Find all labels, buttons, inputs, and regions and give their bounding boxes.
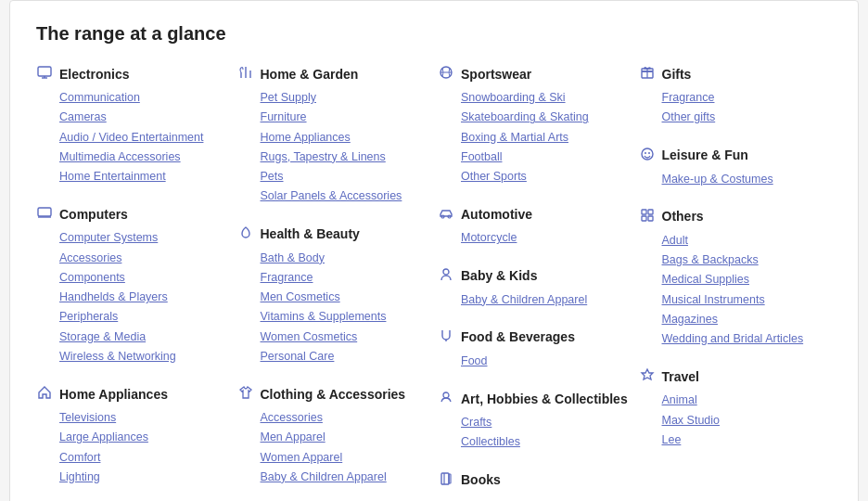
sub-item-link[interactable]: Personal Care [261,347,431,366]
sportswear-icon [438,65,454,83]
sub-item-link[interactable]: Musical Instruments [662,290,833,310]
sub-item-link[interactable]: Rugs, Tapestry & Linens [261,148,431,167]
sub-item-link[interactable]: Wireless & Networking [59,347,230,366]
home-appliances-icon [36,385,53,403]
sub-item-link[interactable]: Collectibles [461,432,632,452]
sub-item-link[interactable]: Wedding and Bridal Articles [662,329,833,349]
sub-item-link[interactable]: Women Apparel [261,448,431,468]
baby-kids-icon [438,267,454,285]
sub-item-link[interactable]: Peripherals [59,307,230,327]
leisure-fun-title: Leisure & Fun [662,148,748,162]
sub-item-link[interactable]: Football [461,148,632,167]
sub-item-link[interactable]: Fragrance [662,88,833,108]
home-garden-subitems: Pet SupplyFurnitureHome AppliancesRugs, … [237,88,431,207]
computers-subitems: Computer SystemsAccessoriesComponentsHan… [36,228,230,366]
sub-item-link[interactable]: Baby & Children Apparel [261,468,431,487]
sub-item-link[interactable]: Adult [662,231,833,250]
category-header-books: Books [438,471,632,489]
sub-item-link[interactable]: Accessories [261,408,431,428]
sub-item-link[interactable]: Large Appliances [59,428,230,447]
leisure-fun-icon [639,147,656,164]
sub-item-link[interactable]: Men Cosmetics [261,288,431,307]
health-beauty-subitems: Bath & BodyFragranceMen CosmeticsVitamin… [237,249,431,367]
category-header-gifts: Gifts [639,65,833,83]
travel-icon [639,367,656,385]
category-gifts: GiftsFragranceOther gifts [639,65,833,128]
sub-item-link[interactable]: Bags & Backpacks [662,250,833,270]
category-home-appliances: Home AppliancesTelevisionsLarge Applianc… [36,385,230,487]
sub-item-link[interactable]: Furniture [261,108,431,127]
category-header-computers: Computers [36,205,230,223]
category-header-food-beverages: Food & Beverages [438,328,632,346]
others-icon [639,208,656,225]
column-1: Home & GardenPet SupplyFurnitureHome App… [237,65,431,501]
sub-item-link[interactable]: Boxing & Martial Arts [461,128,632,148]
health-beauty-icon [237,225,254,243]
art-hobbies-title: Art, Hobbies & Collectibles [461,392,628,406]
category-header-others: Others [639,208,833,225]
others-title: Others [662,209,704,224]
sub-item-link[interactable]: Handhelds & Players [59,288,230,307]
sub-item-link[interactable]: Food [461,352,632,371]
category-header-automotive: Automotive [438,205,632,223]
category-clothing-accessories: Clothing & AccessoriesAccessoriesMen App… [237,385,431,487]
sub-item-link[interactable]: Comfort [59,448,230,468]
sub-item-link[interactable]: Motorcycle [461,228,632,248]
sub-item-link[interactable]: Lee [662,430,833,450]
sub-item-link[interactable]: Bath & Body [261,249,431,268]
sub-item-link[interactable]: Skateboarding & Skating [461,108,632,127]
category-sportswear: SportswearSnowboarding & SkiSkateboardin… [438,65,632,186]
sub-item-link[interactable]: Lighting [59,468,230,487]
sub-item-link[interactable]: Audio / Video Entertainment [59,128,230,148]
sub-item-link[interactable]: Magazines [662,310,833,329]
category-header-art-hobbies: Art, Hobbies & Collectibles [438,390,632,407]
automotive-subitems: Motorcycle [438,228,632,248]
health-beauty-title: Health & Beauty [261,226,360,241]
sub-item-link[interactable]: Vitamins & Supplements [261,307,431,327]
gifts-title: Gifts [662,67,692,82]
svg-point-19 [645,152,646,154]
category-food-beverages: Food & BeveragesFood [438,328,632,371]
sub-item-link[interactable]: Men Apparel [261,428,431,447]
books-title: Books [461,472,501,487]
food-beverages-subitems: Food [438,352,632,371]
clothing-accessories-title: Clothing & Accessories [261,387,406,402]
category-header-baby-kids: Baby & Kids [438,267,632,285]
sub-item-link[interactable]: Home Appliances [261,128,431,148]
food-beverages-title: Food & Beverages [461,329,575,344]
sub-item-link[interactable]: Pets [261,167,431,186]
art-hobbies-icon [438,390,454,407]
svg-rect-0 [38,67,51,76]
sub-item-link[interactable]: Fragrance [261,268,431,288]
sub-item-link[interactable]: Women Cosmetics [261,328,431,347]
sub-item-link[interactable]: Home Entertainment [59,167,230,186]
sub-item-link[interactable]: Cameras [59,108,230,127]
sub-item-link[interactable]: Pet Supply [261,88,431,108]
baby-kids-title: Baby & Kids [461,268,537,283]
computers-title: Computers [59,207,128,222]
sub-item-link[interactable]: Animal [662,391,833,410]
sub-item-link[interactable]: Baby & Children Apparel [461,290,632,310]
column-3: GiftsFragranceOther giftsLeisure & FunMa… [639,65,833,501]
sub-item-link[interactable]: Multimedia Accessories [59,148,230,167]
clothing-accessories-icon [237,385,254,403]
sub-item-link[interactable]: Crafts [461,413,632,432]
sub-item-link[interactable]: Components [59,268,230,288]
sub-item-link[interactable]: Other Sports [461,167,632,186]
sub-item-link[interactable]: Computer Systems [59,228,230,248]
sub-item-link[interactable]: Make-up & Costumes [662,170,833,189]
sub-item-link[interactable]: Communication [59,88,230,108]
category-automotive: AutomotiveMotorcycle [438,205,632,248]
sub-item-link[interactable]: Televisions [59,408,230,428]
electronics-subitems: CommunicationCamerasAudio / Video Entert… [36,88,230,186]
sub-item-link[interactable]: Accessories [59,249,230,268]
sub-item-link[interactable]: Other gifts [662,108,833,127]
main-container: The range at a glance ElectronicsCommuni… [9,0,859,501]
food-beverages-icon [438,328,454,346]
sub-item-link[interactable]: Storage & Media [59,328,230,347]
sub-item-link[interactable]: Snowboarding & Ski [461,88,632,108]
sub-item-link[interactable]: Solar Panels & Accessories [261,186,431,206]
sub-item-link[interactable]: Max Studio [662,411,833,430]
sub-item-link[interactable]: Medical Supplies [662,270,833,289]
clothing-accessories-subitems: AccessoriesMen ApparelWomen ApparelBaby … [237,408,431,487]
